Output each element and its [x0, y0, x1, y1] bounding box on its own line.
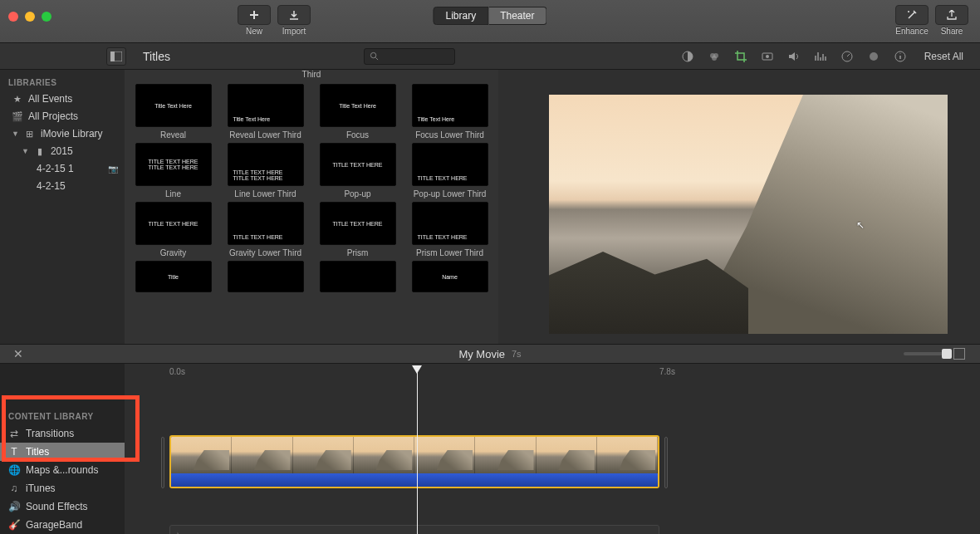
title-thumb — [228, 261, 304, 292]
title-tile[interactable]: Title Text HereFocus — [316, 84, 399, 140]
title-thumb: Title — [135, 261, 212, 292]
search-input[interactable] — [364, 48, 455, 65]
color-correction-icon[interactable] — [707, 49, 722, 64]
content-item-itunes[interactable]: ♫iTunes — [0, 479, 125, 497]
title-tile-label: Gravity Lower Third — [229, 248, 301, 257]
browser-toolbar: Titles Reset All — [0, 43, 980, 70]
video-clip[interactable] — [169, 435, 659, 488]
title-tile[interactable]: TITLE TEXT HEREPrism Lower Third — [408, 202, 492, 257]
svg-point-11 — [870, 52, 878, 61]
title-tile[interactable] — [223, 261, 307, 292]
stabilization-icon[interactable] — [760, 49, 775, 64]
clip-edge-left[interactable] — [161, 437, 164, 488]
share-button[interactable] — [935, 5, 968, 25]
audio-track[interactable]: ♪ — [169, 525, 659, 534]
timeline-zoom — [904, 348, 965, 360]
title-tile[interactable]: Title Text HereFocus Lower Third — [408, 84, 492, 140]
title-tile[interactable]: TITLE TEXT HEREPop-up — [316, 143, 399, 198]
toggle-sidebar-button[interactable] — [106, 47, 126, 66]
content-item-titles[interactable]: TTitles — [0, 443, 125, 461]
title-tile[interactable]: TITLE TEXT HERETITLE TEXT HERELine Lower… — [223, 143, 307, 198]
noise-eq-icon[interactable] — [813, 49, 828, 64]
itunes-icon: ♫ — [8, 483, 20, 494]
title-tile-label: Focus — [346, 130, 369, 140]
speaker-icon: 🔊 — [8, 501, 20, 512]
crop-icon[interactable] — [733, 49, 748, 64]
content-item-label: Sound Effects — [26, 501, 88, 512]
content-item-sound-effects[interactable]: 🔊Sound Effects — [0, 497, 125, 516]
title-thumb: TITLE TEXT HERE — [228, 202, 304, 245]
disclosure-icon[interactable]: ▼ — [12, 128, 19, 140]
content-item-label: Maps &...rounds — [26, 464, 98, 476]
volume-icon[interactable] — [786, 49, 801, 64]
minimize-window-button[interactable] — [25, 12, 35, 22]
video-effect-icon[interactable] — [866, 49, 881, 64]
sidebar-item-event-1[interactable]: 4-2-15 1📷 — [0, 160, 125, 178]
title-thumb: TITLE TEXT HERE — [320, 202, 396, 245]
color-balance-icon[interactable] — [680, 49, 695, 64]
content-item-transitions[interactable]: ⇄Transitions — [0, 424, 125, 443]
disclosure-icon[interactable]: ▼ — [22, 145, 29, 158]
zoom-slider[interactable] — [904, 352, 948, 355]
content-item-garageband[interactable]: 🎸GarageBand — [0, 516, 125, 534]
star-icon: ★ — [12, 93, 23, 105]
title-tile-label: Prism — [347, 248, 369, 257]
title-tile[interactable]: TITLE TEXT HEREPop-up Lower Third — [408, 143, 492, 198]
libraries-header: LIBRARIES — [0, 75, 125, 91]
title-tile[interactable]: Title — [131, 261, 215, 292]
new-button[interactable] — [238, 5, 271, 25]
title-thumb: TITLE TEXT HERE — [412, 202, 488, 245]
title-tile[interactable]: Title Text HereReveal — [131, 84, 215, 140]
content-library-sidebar: CONTENT LIBRARY ⇄Transitions TTitles 🌐Ma… — [0, 364, 125, 534]
title-tile-label: Gravity — [160, 248, 187, 257]
speed-icon[interactable] — [840, 49, 855, 64]
close-window-button[interactable] — [8, 12, 18, 22]
preview-canvas[interactable]: ↖ — [549, 95, 948, 334]
sidebar-item-all-events[interactable]: ★All Events — [0, 91, 125, 108]
info-icon[interactable] — [893, 49, 908, 64]
video-track — [169, 435, 968, 492]
title-tile[interactable]: TITLE TEXT HEREGravity Lower Third — [223, 202, 307, 257]
clip-settings-icon[interactable] — [953, 348, 965, 360]
title-tile[interactable]: Name — [408, 261, 492, 292]
title-tile[interactable]: TITLE TEXT HEREPrism — [316, 202, 399, 257]
sidebar-item-2015[interactable]: ▼▮2015 — [0, 143, 125, 160]
title-tile-label: Reveal — [160, 130, 186, 140]
title-thumb: Title Text Here — [412, 84, 488, 127]
theater-tab[interactable]: Theater — [488, 7, 546, 25]
sidebar-item-label: All Projects — [28, 110, 78, 123]
libraries-sidebar: LIBRARIES ★All Events 🎬All Projects ▼⊞iM… — [0, 70, 125, 344]
title-tile[interactable] — [316, 261, 399, 292]
title-tile[interactable]: Title Text HereReveal Lower Third — [223, 84, 307, 140]
sidebar-item-event-2[interactable]: 4-2-15 — [0, 178, 125, 195]
title-tile[interactable]: TITLE TEXT HEREGravity — [131, 202, 215, 257]
library-tab[interactable]: Library — [433, 7, 488, 25]
svg-point-9 — [766, 55, 769, 58]
enhance-button[interactable] — [895, 5, 929, 25]
sidebar-item-imovie-library[interactable]: ▼⊞iMovie Library — [0, 125, 125, 143]
content-item-maps[interactable]: 🌐Maps &...rounds — [0, 461, 125, 479]
close-project-button[interactable]: ✕ — [13, 347, 23, 360]
clip-edge-right[interactable] — [664, 437, 668, 488]
title-thumb: TITLE TEXT HERE — [135, 202, 212, 245]
import-button-label: Import — [282, 27, 306, 36]
camera-icon: 📷 — [108, 163, 118, 175]
content-library-header: CONTENT LIBRARY — [0, 364, 125, 424]
music-icon: ♪ — [175, 529, 180, 534]
timeline-track-area[interactable]: 0.0s 7.8s ♪ — [125, 364, 980, 534]
folder-icon: ▮ — [34, 145, 46, 158]
title-thumb: Title Text Here — [135, 84, 212, 127]
title-thumb: Name — [412, 261, 488, 292]
adjustments-toolbar: Reset All — [455, 49, 973, 64]
import-button[interactable] — [277, 5, 311, 25]
zoom-thumb[interactable] — [942, 349, 952, 359]
library-icon: ⊞ — [24, 128, 36, 140]
share-button-label: Share — [941, 27, 963, 36]
sidebar-item-label: iMovie Library — [41, 128, 103, 140]
zoom-window-button[interactable] — [42, 12, 51, 22]
title-thumb — [320, 261, 396, 292]
sidebar-item-all-projects[interactable]: 🎬All Projects — [0, 108, 125, 125]
reset-all-button[interactable]: Reset All — [924, 51, 963, 62]
content-item-label: iTunes — [26, 483, 56, 494]
title-tile[interactable]: TITLE TEXT HERETITLE TEXT HERELine — [131, 143, 215, 198]
